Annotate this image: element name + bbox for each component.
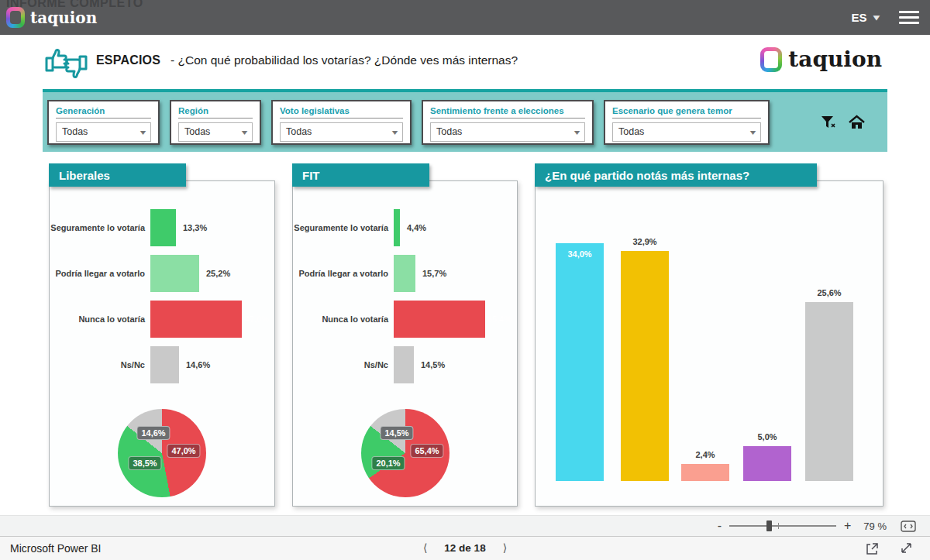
filter-value: Todas: [62, 126, 88, 137]
next-page-button[interactable]: ⟩: [503, 541, 507, 554]
internas-panel: 34,0%En el FdT32,9%En JxC2,4%En la Izqui…: [535, 180, 884, 507]
pie-slice-label: 14,5%: [380, 426, 413, 440]
filter-value: Todas: [286, 126, 312, 137]
section-name: ESPACIOS: [96, 53, 160, 67]
column-bar[interactable]: [681, 464, 729, 481]
page-question: ¿Con qué probabilidad los votarías? ¿Dón…: [178, 53, 518, 67]
bar-category-label: Nunca lo votaría: [50, 314, 150, 324]
bar-value-label: 14,5%: [421, 360, 445, 369]
filter-card-3: Voto legislativasTodas▾: [271, 100, 412, 145]
language-selector[interactable]: ES ▾: [851, 11, 879, 24]
filter-card-1: GeneraciónTodas▾: [47, 100, 160, 145]
report-canvas: Liberales Seguramente lo votaría13,3%Pod…: [0, 152, 930, 515]
fit-panel: Seguramente lo votaría4,4%Podría llegar …: [292, 180, 518, 507]
clear-filters-icon[interactable]: [820, 114, 837, 131]
filter-card-4: Sentimiento frente a eleccionesTodas▾: [422, 100, 594, 145]
chevron-down-icon: ▾: [140, 128, 146, 136]
column-value-label: 25,6%: [802, 288, 856, 297]
filter-label: Región: [178, 106, 253, 119]
language-code: ES: [851, 11, 866, 24]
bar[interactable]: [394, 209, 400, 246]
fit-pie-chart[interactable]: 65,4%20,1%14,5%: [347, 395, 463, 511]
previous-page-button[interactable]: ⟨: [423, 541, 427, 554]
bar[interactable]: [150, 346, 179, 383]
report-header: ESPACIOS - ¿Con qué probabilidad los vot…: [0, 35, 930, 90]
fullscreen-icon[interactable]: [900, 541, 913, 555]
bar-row[interactable]: Nunca lo votaría47,0%: [50, 296, 274, 342]
zoom-slider[interactable]: [729, 520, 836, 531]
fit-to-page-icon[interactable]: [901, 520, 916, 532]
bar-category-label: Podría llegar a votarlo: [50, 269, 150, 278]
zoom-toolbar: - + 79 %: [0, 515, 930, 536]
filter-dropdown[interactable]: Todas▾: [612, 122, 761, 142]
bar-category-label: Seguramente lo votaría: [50, 223, 150, 232]
bar-row[interactable]: Ns/Nc14,5%: [293, 342, 517, 387]
bar[interactable]: [394, 301, 485, 338]
bar-row[interactable]: Seguramente lo votaría4,4%: [293, 204, 517, 250]
pie-slice-label: 38,5%: [128, 456, 161, 470]
bar-row[interactable]: Ns/Nc14,6%: [50, 342, 274, 387]
taquion-logo-text: taquion: [788, 46, 882, 72]
filter-label: Escenario que genera temor: [612, 106, 761, 119]
powerbi-brand: Microsoft Power BI: [10, 542, 101, 555]
taquion-logo-icon: [760, 47, 782, 72]
pie-slice-label: 14,6%: [136, 426, 170, 440]
taquion-logo-text: taquion: [30, 9, 97, 27]
bar-row[interactable]: Podría llegar a votarlo15,7%: [293, 250, 517, 296]
filter-dropdown[interactable]: Todas▾: [280, 122, 403, 142]
column-bar[interactable]: [805, 302, 853, 481]
filter-card-2: RegiónTodas▾: [170, 100, 261, 145]
liberales-panel: Seguramente lo votaría13,3%Podría llegar…: [49, 180, 275, 507]
filter-label: Generación: [56, 106, 151, 119]
taquion-logo[interactable]: taquion: [6, 7, 97, 28]
column-bar[interactable]: [556, 243, 604, 481]
bar-category-label: Ns/Nc: [50, 360, 150, 369]
home-icon[interactable]: [848, 114, 866, 131]
column-value-label: 34,0%: [553, 249, 607, 259]
share-icon[interactable]: [865, 541, 880, 555]
column-value-label: 2,4%: [678, 450, 732, 459]
page-indicator: 12 de 18: [444, 542, 485, 554]
bar[interactable]: [394, 255, 415, 292]
filter-label: Voto legislativas: [280, 106, 403, 119]
bar-row[interactable]: Podría llegar a votarlo25,2%: [50, 250, 274, 296]
panel-title-internas: ¿En qué partido notás más internas?: [535, 163, 817, 187]
chevron-down-icon: ▾: [750, 128, 756, 136]
filter-value: Todas: [618, 126, 644, 137]
pie-slice-label: 47,0%: [167, 444, 200, 458]
zoom-in-button[interactable]: +: [844, 520, 851, 532]
bar-value-label: 14,6%: [186, 360, 210, 369]
taquion-header-logo: taquion: [760, 46, 882, 72]
chevron-down-icon: ▾: [574, 128, 580, 136]
zoom-out-button[interactable]: -: [718, 520, 722, 532]
liberales-pie-chart[interactable]: 47,0%38,5%14,6%: [104, 395, 220, 511]
column-bar[interactable]: [621, 251, 669, 481]
bar-category-label: Nunca lo votaría: [293, 314, 394, 324]
filter-dropdown[interactable]: Todas▾: [430, 122, 585, 142]
pie-slice-label: 65,4%: [410, 444, 443, 458]
bar-category-label: Ns/Nc: [293, 360, 394, 369]
bar-row[interactable]: Nunca lo votaría65,4%: [293, 296, 517, 342]
zoom-slider-handle[interactable]: [766, 520, 772, 531]
bar[interactable]: [150, 301, 242, 338]
filter-dropdown[interactable]: Todas▾: [178, 122, 253, 142]
column-value-label: 32,9%: [618, 237, 672, 246]
bar-row[interactable]: Seguramente lo votaría13,3%: [50, 204, 274, 250]
chevron-down-icon: ▾: [873, 12, 880, 22]
bar-value-label: 4,4%: [407, 223, 426, 232]
bar[interactable]: [150, 209, 176, 246]
bar-category-label: Seguramente lo votaría: [293, 223, 394, 232]
hamburger-menu-icon[interactable]: [899, 8, 919, 27]
report-page: INFORME COMPLETO taquion ES ▾ ESPACIOS -: [0, 0, 930, 560]
page-title: ESPACIOS - ¿Con qué probabilidad los vot…: [96, 53, 518, 67]
pie-slice-label: 20,1%: [371, 456, 405, 470]
bar[interactable]: [394, 346, 414, 383]
bar-category-label: Podría llegar a votarlo: [293, 269, 394, 278]
bar[interactable]: [150, 255, 199, 292]
bar-value-label: 25,2%: [206, 269, 230, 278]
panel-title-fit: FIT: [292, 163, 429, 187]
filter-dropdown[interactable]: Todas▾: [56, 122, 151, 142]
filter-value: Todas: [436, 126, 462, 137]
thumbs-up-down-icon: [43, 47, 91, 81]
column-bar[interactable]: [743, 446, 791, 481]
